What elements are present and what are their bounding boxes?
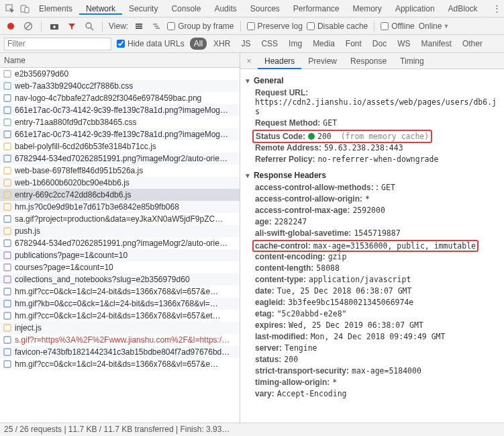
request-row[interactable]: favicon-e743bfb1821442341c3ab15bdbe804f7… bbox=[0, 346, 240, 358]
type-filter-media[interactable]: Media bbox=[309, 38, 339, 50]
svg-rect-28 bbox=[4, 216, 11, 222]
request-name: push.js bbox=[15, 226, 40, 236]
request-row[interactable]: nav-logo-4c7bbafe27adc892f3046e6978459ba… bbox=[0, 92, 240, 104]
svg-rect-15 bbox=[156, 28, 160, 29]
request-row[interactable]: 6782944-534ed70262851991.png?imageMogr2/… bbox=[0, 152, 240, 165]
name-column-header[interactable]: Name bbox=[0, 53, 240, 68]
detail-tabs: × HeadersPreviewResponseTiming bbox=[240, 53, 504, 69]
type-filter-js[interactable]: JS bbox=[237, 38, 254, 50]
request-row[interactable]: web-7aa33b92940cc2f7886b.css bbox=[0, 80, 240, 92]
panel-tab-elements[interactable]: Elements bbox=[32, 4, 79, 13]
request-name: s.gif?r=https%3A%2F%2Fwww.jianshu.com%2F… bbox=[15, 335, 230, 345]
request-row[interactable]: publications?page=1&count=10 bbox=[0, 249, 240, 261]
panel-tab-performance[interactable]: Performance bbox=[287, 4, 346, 13]
request-name: 661e17ac-0c73-4142-9c39-ffe139c78a1d.png… bbox=[15, 130, 228, 139]
panel-tab-memory[interactable]: Memory bbox=[346, 4, 389, 13]
triangle-down-icon: ▼ bbox=[244, 77, 251, 85]
type-filter-other[interactable]: Other bbox=[458, 38, 487, 50]
type-filter-all[interactable]: All bbox=[190, 38, 207, 50]
panel-tab-console[interactable]: Console bbox=[164, 4, 207, 13]
hide-data-urls-checkbox[interactable]: Hide data URLs bbox=[117, 39, 185, 48]
svg-rect-18 bbox=[4, 95, 11, 101]
record-button[interactable] bbox=[4, 19, 17, 33]
view-waterfall-icon[interactable] bbox=[150, 19, 163, 33]
panel-tab-adblock[interactable]: AdBlock bbox=[442, 4, 485, 13]
request-row[interactable]: hm.gif?cc=0&ck=1&cl=24-bit&ds=1366x768&v… bbox=[0, 358, 240, 370]
type-filter-img[interactable]: Img bbox=[285, 38, 306, 50]
file-icon bbox=[3, 69, 12, 79]
request-row[interactable]: web-1b6600b6020bc90e4bb6.js bbox=[0, 177, 240, 189]
request-row[interactable]: e2b356979d60 bbox=[0, 68, 240, 80]
request-name: hm.gif?cc=0&ck=1&cl=24-bit&ds=1366x768&v… bbox=[15, 359, 218, 369]
offline-checkbox[interactable]: Offline bbox=[381, 21, 414, 31]
panel-tab-security[interactable]: Security bbox=[122, 4, 164, 13]
file-icon bbox=[3, 93, 12, 103]
type-filter-css[interactable]: CSS bbox=[257, 38, 282, 50]
request-row[interactable]: hm.gif?cc=0&ck=1&cl=24-bit&ds=1366x768&v… bbox=[0, 286, 240, 298]
preserve-log-checkbox[interactable]: Preserve log bbox=[247, 21, 303, 31]
status-code-highlight: Status Code: 200 (from memory cache) bbox=[252, 130, 432, 143]
filter-toggle-icon[interactable] bbox=[65, 19, 79, 33]
detail-tab-response[interactable]: Response bbox=[344, 53, 393, 69]
request-row[interactable]: 6782944-534ed70262851991.png?imageMogr2/… bbox=[0, 237, 240, 249]
request-row[interactable]: sa.gif?project=production&data=eyJkaXN0a… bbox=[0, 213, 240, 225]
device-toggle-icon[interactable] bbox=[17, 1, 32, 16]
request-row[interactable]: collections_and_notebooks?slug=e2b356979… bbox=[0, 273, 240, 286]
request-name: entry-71aa880fd9d7cbb38465.css bbox=[15, 118, 136, 127]
detail-body: ▼ General Request URL: https://cdn2.jian… bbox=[240, 69, 504, 423]
request-name: hm.gif?kb=0&cc=0&ck=1&cl=24-bit&ds=1366x… bbox=[15, 299, 218, 308]
request-row[interactable]: hm.gif?kb=0&cc=0&ck=1&cl=24-bit&ds=1366x… bbox=[0, 298, 240, 310]
request-name: collections_and_notebooks?slug=e2b356979… bbox=[15, 275, 190, 284]
detail-tab-timing[interactable]: Timing bbox=[393, 53, 431, 69]
inspect-icon[interactable] bbox=[3, 1, 17, 16]
request-row[interactable]: hm.gif?cc=0&ck=1&cl=24-bit&ds=1366x768&v… bbox=[0, 310, 240, 322]
response-header-row: access-control-allow-methods: :GET bbox=[255, 183, 500, 192]
search-icon[interactable] bbox=[83, 19, 96, 33]
response-headers-section-title[interactable]: ▼ Response Headers bbox=[244, 171, 500, 180]
panel-tab-network[interactable]: Network bbox=[79, 4, 122, 15]
request-row[interactable]: 661e17ac-0c73-4142-9c39-ffe139c78a1d.png… bbox=[0, 128, 240, 140]
request-row[interactable]: inject.js bbox=[0, 322, 240, 334]
svg-rect-38 bbox=[4, 337, 11, 343]
type-filters: AllXHRJSCSSImgMediaFontDocWSManifestOthe… bbox=[190, 38, 487, 50]
detail-tab-preview[interactable]: Preview bbox=[301, 53, 344, 69]
request-name: e2b356979d60 bbox=[15, 69, 68, 79]
filter-input[interactable] bbox=[4, 38, 111, 50]
request-name: courses?page=1&count=10 bbox=[15, 263, 113, 272]
request-row[interactable]: web-base-6978feff846d951b526a.js bbox=[0, 165, 240, 177]
request-name: inject.js bbox=[15, 323, 42, 333]
request-row[interactable]: 661e17ac-0c73-4142-9c39-ffe139c78a1d.png… bbox=[0, 104, 240, 116]
request-row[interactable]: push.js bbox=[0, 225, 240, 237]
screenshot-icon[interactable] bbox=[48, 19, 61, 33]
type-filter-font[interactable]: Font bbox=[342, 38, 366, 50]
detail-tab-headers[interactable]: Headers bbox=[258, 53, 301, 69]
response-header-row: eagleid:3b3fee9bc15480021345066974e bbox=[255, 298, 500, 307]
panel-tab-application[interactable]: Application bbox=[389, 4, 442, 13]
disable-cache-checkbox[interactable]: Disable cache bbox=[307, 21, 368, 31]
svg-rect-35 bbox=[4, 300, 11, 307]
request-row[interactable]: hm.js?0c0e9d9b1e7d617b3e6842e85b9fb068 bbox=[0, 201, 240, 213]
more-icon[interactable]: ⋮ bbox=[489, 1, 504, 16]
close-detail-icon[interactable]: × bbox=[243, 56, 255, 66]
svg-rect-25 bbox=[4, 179, 11, 186]
request-row[interactable]: courses?page=1&count=10 bbox=[0, 261, 240, 273]
view-list-icon[interactable] bbox=[132, 19, 146, 33]
svg-rect-16 bbox=[4, 71, 11, 77]
request-row[interactable]: s.gif?r=https%3A%2F%2Fwww.jianshu.com%2F… bbox=[0, 334, 240, 346]
type-filter-ws[interactable]: WS bbox=[393, 38, 414, 50]
throttling-select[interactable]: Online ▼ bbox=[419, 21, 450, 31]
request-row[interactable]: entry-71aa880fd9d7cbb38465.css bbox=[0, 116, 240, 128]
type-filter-xhr[interactable]: XHR bbox=[209, 38, 234, 50]
request-row[interactable]: babel-polyfill-6cd2d6b53fe3184b71cc.js bbox=[0, 140, 240, 152]
svg-rect-26 bbox=[4, 191, 11, 198]
panel-tab-sources[interactable]: Sources bbox=[244, 4, 287, 13]
type-filter-manifest[interactable]: Manifest bbox=[417, 38, 456, 50]
panel-tab-audits[interactable]: Audits bbox=[207, 4, 243, 13]
request-row[interactable]: entry-669c2cc742dd86cb4db6.js bbox=[0, 189, 240, 201]
svg-rect-32 bbox=[4, 264, 11, 271]
file-icon bbox=[3, 263, 12, 272]
clear-button[interactable] bbox=[21, 19, 35, 33]
general-section-title[interactable]: ▼ General bbox=[244, 76, 500, 85]
type-filter-doc[interactable]: Doc bbox=[368, 38, 391, 50]
group-by-frame-checkbox[interactable]: Group by frame bbox=[167, 21, 234, 31]
